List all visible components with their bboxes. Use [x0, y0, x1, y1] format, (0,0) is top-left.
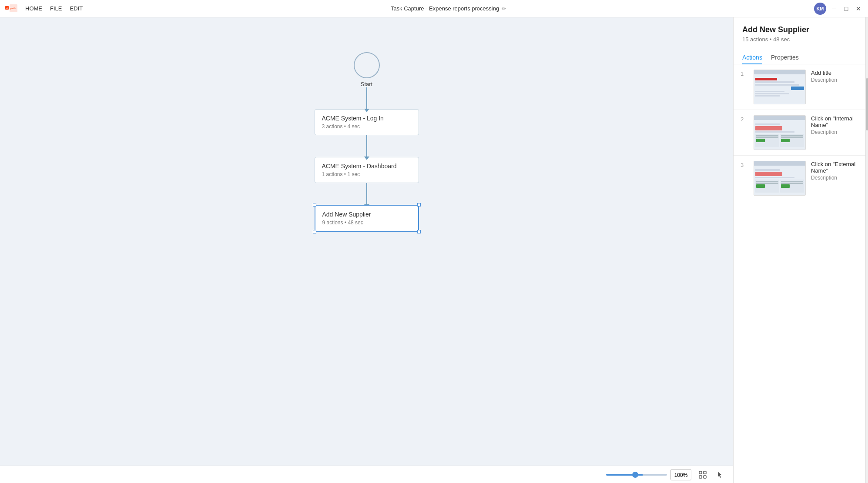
action-title-1: Add title: [811, 70, 861, 76]
action-info-3: Click on "External Name" Description: [811, 161, 861, 181]
arrow-3: [366, 183, 367, 205]
uipath-logo-icon: ui path: [5, 4, 17, 13]
maximize-button[interactable]: □: [842, 4, 851, 13]
tab-properties[interactable]: Properties: [771, 51, 799, 64]
svg-rect-6: [699, 476, 702, 478]
action-screenshot-3: [754, 161, 806, 196]
scroll-track: [865, 17, 868, 483]
action-info-1: Add title Description: [811, 70, 861, 83]
zoom-slider[interactable]: [606, 474, 667, 476]
svg-rect-7: [704, 476, 706, 478]
user-badge: KM: [814, 3, 826, 15]
window-title: Task Capture - Expense reports processin…: [391, 5, 506, 12]
svg-text:ui: ui: [6, 7, 8, 9]
action-screenshot-2: [754, 115, 806, 150]
arrow-1: [366, 87, 367, 109]
handle-tl[interactable]: [313, 203, 316, 207]
dashboard-meta: 1 actions • 1 sec: [322, 171, 412, 177]
action-desc-2: Description: [811, 129, 861, 135]
canvas-area: Start ACME System - Log In 3 actions • 4…: [0, 17, 733, 466]
title-bar-right: KM ─ □ ✕: [814, 3, 863, 15]
title-bar: ui path HOME FILE EDIT Task Capture - Ex…: [0, 0, 868, 17]
right-panel: Add New Supplier 15 actions • 48 sec Act…: [733, 17, 868, 483]
nav-edit[interactable]: EDIT: [70, 5, 83, 12]
svg-rect-4: [699, 471, 702, 474]
dashboard-node[interactable]: ACME System - Dashboard 1 actions • 1 se…: [315, 157, 419, 183]
add-supplier-wrapper: Add New Supplier 9 actions • 48 sec: [315, 205, 419, 232]
action-number-2: 2: [741, 116, 748, 123]
add-supplier-meta: 9 actions • 48 sec: [322, 220, 411, 226]
minimize-button[interactable]: ─: [830, 4, 838, 13]
flowchart: Start ACME System - Log In 3 actions • 4…: [0, 17, 733, 466]
nav-home[interactable]: HOME: [25, 5, 42, 12]
close-button[interactable]: ✕: [854, 4, 863, 13]
action-number-3: 3: [741, 162, 748, 168]
action-desc-3: Description: [811, 175, 861, 181]
arrow-2: [366, 135, 367, 157]
action-info-2: Click on "Internal Name" Description: [811, 115, 861, 135]
action-item-2[interactable]: 2: [734, 110, 868, 156]
action-desc-1: Description: [811, 77, 861, 83]
start-node[interactable]: [354, 52, 380, 78]
panel-header: Add New Supplier 15 actions • 48 sec: [734, 17, 868, 43]
handle-bl[interactable]: [313, 230, 316, 233]
add-supplier-title: Add New Supplier: [322, 211, 411, 218]
panel-tabs: Actions Properties: [734, 46, 868, 64]
logo: ui path: [5, 4, 17, 13]
fit-view-icon[interactable]: [697, 469, 709, 481]
tab-actions[interactable]: Actions: [742, 51, 762, 64]
handle-tr[interactable]: [417, 203, 421, 207]
action-number-1: 1: [741, 70, 748, 77]
zoom-value-display: 100%: [670, 469, 691, 480]
start-label: Start: [361, 81, 372, 87]
cursor-icon[interactable]: [714, 469, 726, 481]
action-title-2: Click on "Internal Name": [811, 115, 861, 128]
login-title: ACME System - Log In: [322, 115, 412, 122]
actions-list: 1 Add title Descripti: [734, 64, 868, 483]
dashboard-title: ACME System - Dashboard: [322, 163, 412, 170]
bottom-bar: 100%: [0, 466, 733, 483]
action-screenshot-1: [754, 70, 806, 104]
action-item-3[interactable]: 3: [734, 156, 868, 201]
nav-file[interactable]: FILE: [50, 5, 62, 12]
svg-rect-5: [704, 471, 706, 474]
title-text: Task Capture - Expense reports processin…: [391, 5, 499, 12]
panel-meta: 15 actions • 48 sec: [742, 36, 859, 43]
action-item-1[interactable]: 1 Add title Descripti: [734, 64, 868, 110]
panel-title: Add New Supplier: [742, 25, 859, 34]
zoom-controls: 100%: [606, 469, 691, 480]
action-title-3: Click on "External Name": [811, 161, 861, 174]
svg-text:path: path: [10, 7, 16, 10]
login-node[interactable]: ACME System - Log In 3 actions • 4 sec: [315, 109, 419, 135]
scroll-thumb[interactable]: [866, 78, 868, 130]
edit-title-icon[interactable]: ✏: [502, 6, 506, 12]
title-bar-left: ui path HOME FILE EDIT: [5, 4, 83, 13]
login-meta: 3 actions • 4 sec: [322, 123, 412, 130]
handle-br[interactable]: [417, 230, 421, 233]
add-supplier-node[interactable]: Add New Supplier 9 actions • 48 sec: [315, 205, 419, 232]
